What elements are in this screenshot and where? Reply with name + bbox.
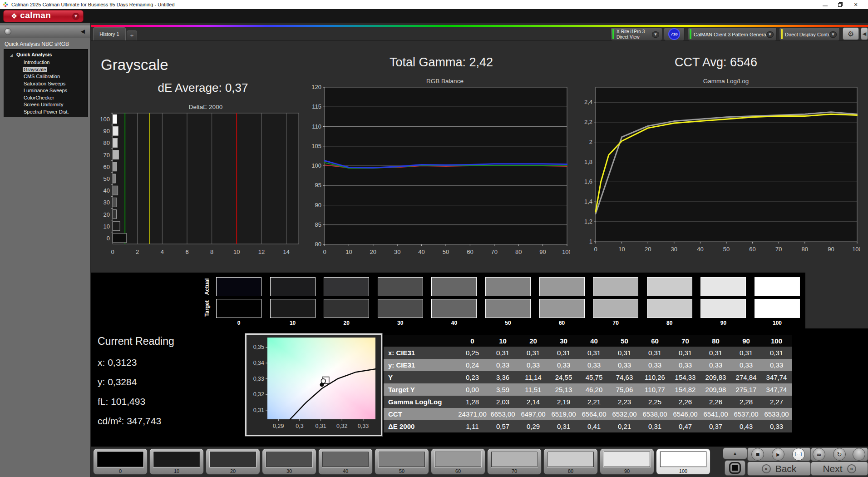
deltae-2000-chart: 024681012140102030405060708090100 [95, 109, 302, 258]
loop-infinite-button[interactable]: ∞ [813, 448, 825, 461]
pattern-button-10[interactable]: 10 [149, 448, 204, 475]
next-button[interactable]: Next » [811, 462, 868, 476]
sidebar-item-luminance-sweeps[interactable]: Luminance Sweeps [4, 87, 88, 94]
pattern-button-20[interactable]: 20 [206, 448, 260, 475]
sidebar-item-saturation-sweeps[interactable]: Saturation Sweeps [4, 80, 88, 88]
tab-history-1[interactable]: History 1 [93, 27, 126, 40]
play-button[interactable]: ▶ [772, 448, 784, 461]
meter-dropdown-arrow-icon[interactable]: ▼ [652, 31, 659, 38]
meter-reading-badge[interactable]: 718 [668, 28, 680, 40]
pattern-button-40[interactable]: 40 [318, 448, 373, 475]
pattern-button-0[interactable]: 0 [93, 448, 148, 475]
svg-text:2: 2 [136, 248, 139, 255]
table-header-row: 0102030405060708090100 [384, 335, 792, 347]
gamma-loglog-chart: 11,21,41,61,822,22,401020304050607080901… [578, 83, 860, 258]
stop-button[interactable]: ■ [751, 448, 764, 461]
pattern-button-80[interactable]: 80 [543, 448, 598, 475]
strip-level-label: 60 [539, 320, 585, 326]
target-swatch-30 [378, 299, 423, 318]
meter-name: X-Rite i1Pro 3 [616, 29, 645, 35]
svg-text:40: 40 [697, 246, 703, 253]
table-row-x-cie31: x: CIE310,250,310,310,310,310,310,310,31… [384, 347, 792, 359]
display-control-dropdown[interactable]: Direct Display Control ▼ [779, 27, 840, 41]
restore-button[interactable] [833, 0, 848, 9]
pattern-options-up-button[interactable]: ▲ [723, 447, 747, 459]
indicator-button[interactable] [853, 448, 865, 461]
svg-text:0,32: 0,32 [253, 391, 264, 398]
pattern-source-dropdown[interactable]: CalMAN Client 3 Pattern Generator ▼ [688, 27, 777, 41]
logo-dropdown-icon[interactable]: ▼ [72, 13, 79, 20]
pattern-button-70[interactable]: 70 [487, 448, 542, 475]
svg-text:1,2: 1,2 [584, 218, 592, 225]
target-swatch-10 [270, 299, 316, 318]
minimize-button[interactable] [817, 0, 833, 9]
actual-swatch-10 [270, 277, 316, 296]
sidebar-item-grayscale[interactable]: Grayscale [4, 66, 88, 74]
svg-text:12: 12 [258, 248, 265, 255]
sidebar-item-screen-uniformity[interactable]: Screen Uniformity [4, 101, 88, 109]
pattern-button-60[interactable]: 60 [431, 448, 485, 475]
svg-text:20: 20 [370, 248, 376, 255]
cie-detail-chart: 0,310,320,330,340,350,290,30,310,320,33 [245, 333, 382, 436]
svg-text:0: 0 [323, 248, 326, 255]
panel-collapse-button[interactable]: ◀ [861, 27, 868, 40]
display-dropdown-arrow-icon[interactable]: ▼ [829, 31, 837, 38]
back-button[interactable]: « Back [747, 462, 811, 476]
window-pattern-button[interactable] [725, 460, 745, 476]
pattern-label: 90 [600, 468, 654, 474]
svg-text:6: 6 [185, 248, 188, 255]
svg-text:20: 20 [645, 246, 651, 253]
meter-dropdown[interactable]: X-Rite i1Pro 3 Direct View ▼ [611, 27, 662, 41]
sidebar-item-colorchecker[interactable]: ColorChecker [4, 94, 88, 102]
meter-badge-box: 718 [664, 27, 685, 41]
svg-text:2,2: 2,2 [584, 119, 592, 125]
pattern-button-90[interactable]: 90 [600, 448, 654, 475]
svg-text:2: 2 [589, 139, 592, 145]
strip-level-label: 80 [647, 320, 692, 326]
sidebar-item-introduction[interactable]: Introduction [4, 59, 88, 66]
refresh-button[interactable]: ↻ [833, 448, 846, 461]
svg-text:70: 70 [491, 248, 498, 255]
sidebar-header-strip: ◀ [0, 25, 90, 38]
sidebar-item-cms-calibration[interactable]: CMS Calibration [4, 73, 88, 80]
sidebar-item-spectral-power-dist-[interactable]: Spectral Power Dist. [4, 109, 88, 116]
tree-root-quick-analysis[interactable]: ◢ Quick Analysis [4, 52, 88, 59]
svg-text:90: 90 [315, 202, 321, 209]
settings-gear-button[interactable]: ⚙ [843, 27, 859, 40]
svg-text:30: 30 [671, 246, 677, 253]
pattern-window-button[interactable]: [··] [792, 448, 805, 461]
pattern-button-50[interactable]: 50 [375, 448, 429, 475]
pattern-swatch [266, 452, 312, 467]
calman-window: Calman 2025 Calman Ultimate for Business… [0, 0, 868, 477]
calman-menu-button[interactable]: ❖ calman ▼ [3, 10, 84, 22]
cct-avg-value: CCT Avg: 6546 [625, 55, 807, 70]
current-reading-title: Current Reading [98, 335, 174, 348]
pattern-swatch [322, 452, 369, 467]
svg-text:1,4: 1,4 [584, 198, 592, 205]
svg-text:30: 30 [394, 248, 400, 255]
pattern-swatch [660, 452, 706, 467]
calman-logo-text: calman [20, 10, 51, 20]
pattern-label: 80 [544, 468, 597, 474]
pattern-button-30[interactable]: 30 [262, 448, 316, 475]
svg-text:50: 50 [443, 248, 449, 255]
pattern-swatch [547, 452, 594, 467]
svg-text:0,31: 0,31 [253, 407, 264, 413]
actual-swatch-80 [647, 277, 692, 296]
target-swatch-80 [647, 299, 692, 318]
svg-text:115: 115 [312, 103, 321, 110]
pattern-label: 70 [488, 468, 541, 474]
pattern-button-100[interactable]: 100 [656, 448, 710, 475]
svg-text:80: 80 [802, 246, 808, 253]
status-led[interactable] [5, 28, 11, 35]
svg-text:0: 0 [594, 246, 597, 253]
strip-level-label: 40 [431, 320, 477, 326]
svg-text:85: 85 [315, 221, 321, 228]
close-button[interactable]: × [848, 0, 863, 9]
source-dropdown-arrow-icon[interactable]: ▼ [766, 31, 774, 38]
tab-add-button[interactable]: + [127, 30, 137, 40]
sidebar-collapse-icon[interactable]: ◀ [81, 28, 85, 35]
svg-text:100: 100 [100, 116, 110, 123]
table-row-gamma-log-log: Gamma Log/Log1,282,032,142,192,212,232,2… [384, 396, 792, 408]
tree-expander-icon[interactable]: ◢ [10, 52, 13, 58]
